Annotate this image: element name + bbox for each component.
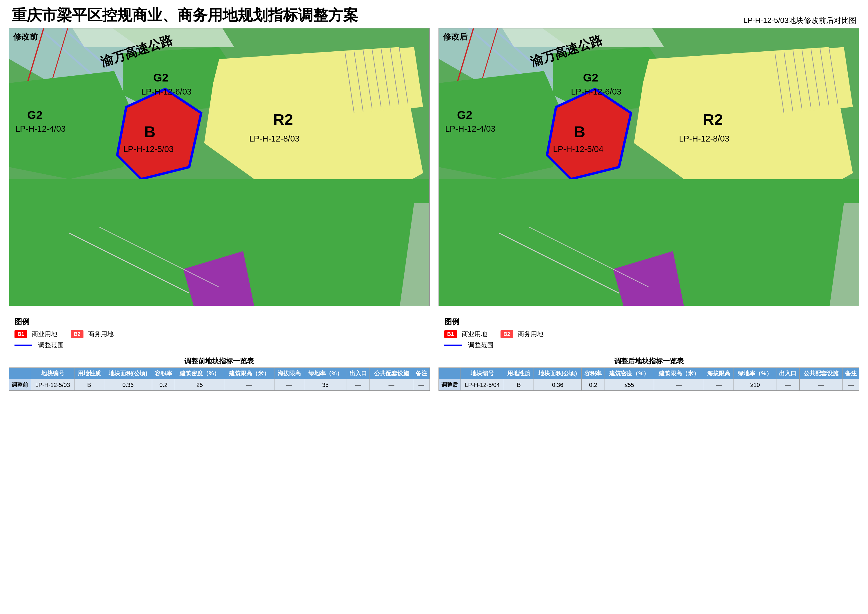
left-cell-7: 35 bbox=[304, 379, 347, 391]
left-th-10: 公共配套设施 bbox=[370, 368, 413, 379]
right-cell-8: — bbox=[777, 379, 800, 391]
right-legend-line bbox=[444, 345, 462, 346]
left-th-2: 用地性质 bbox=[74, 368, 104, 379]
svg-text:B: B bbox=[574, 123, 585, 140]
left-cell-3: 0.2 bbox=[152, 379, 175, 391]
sub-title: LP-H-12-5/03地块修改前后对比图 bbox=[743, 16, 856, 25]
svg-text:B: B bbox=[144, 123, 156, 140]
left-bottom-panel: 图例 B1 商业用地 B2 商务用地 调整范围 调整前地块指标一览表 地块编号 … bbox=[9, 312, 430, 391]
svg-marker-10 bbox=[339, 47, 423, 113]
right-map-svg: 渝万高速公路 G2 LP-H-12-6/03 G2 LP-H-12-4/03 B… bbox=[439, 28, 859, 306]
svg-marker-44 bbox=[769, 47, 853, 113]
right-table-header-row: 地块编号 用地性质 地块面积(公顷) 容积率 建筑密度（%） 建筑限高（米） 海… bbox=[439, 368, 859, 379]
left-map-svg: 渝万高速公路 G2 LP-H-12-6/03 G2 LP-H-12-4/03 B… bbox=[9, 28, 429, 306]
left-b2-badge: B2 bbox=[71, 330, 84, 338]
bottom-section: 图例 B1 商业用地 B2 商务用地 调整范围 调整前地块指标一览表 地块编号 … bbox=[0, 306, 868, 391]
right-legend-row-1: B1 商业用地 B2 商务用地 bbox=[444, 330, 854, 339]
right-th-5: 建筑密度（%） bbox=[604, 368, 654, 379]
svg-text:G2: G2 bbox=[27, 109, 42, 121]
page-header: 重庆市梁平区控规商业、商务用地规划指标调整方案 LP-H-12-5/03地块修改… bbox=[0, 0, 868, 28]
right-legend-row-2: 调整范围 bbox=[444, 341, 854, 350]
left-map-label: 修改前 bbox=[13, 31, 38, 42]
right-cell-3: 0.2 bbox=[582, 379, 605, 391]
right-th-9: 出入口 bbox=[777, 368, 800, 379]
right-cell-6: — bbox=[704, 379, 734, 391]
left-legend-line bbox=[14, 345, 32, 346]
svg-text:R2: R2 bbox=[703, 111, 723, 128]
left-row-label: 调整前 bbox=[9, 379, 31, 391]
right-legend-title: 图例 bbox=[444, 317, 854, 327]
right-th-0 bbox=[439, 368, 460, 379]
right-map-panel: 修改后 bbox=[439, 28, 860, 306]
left-cell-5: — bbox=[224, 379, 274, 391]
svg-text:LP-H-12-4/03: LP-H-12-4/03 bbox=[16, 124, 66, 134]
right-bottom-panel: 图例 B1 商业用地 B2 商务用地 调整范围 调整后地块指标一览表 地块编号 … bbox=[439, 312, 860, 391]
left-th-5: 建筑密度（%） bbox=[175, 368, 224, 379]
right-table: 地块编号 用地性质 地块面积(公顷) 容积率 建筑密度（%） 建筑限高（米） 海… bbox=[439, 367, 860, 391]
left-b1-label: 商业用地 bbox=[32, 330, 57, 339]
maps-row: 修改前 bbox=[0, 28, 868, 306]
left-map-panel: 修改前 bbox=[9, 28, 430, 306]
left-legend-area: 图例 B1 商业用地 B2 商务用地 调整范围 bbox=[9, 312, 430, 354]
svg-text:LP-H-12-6/03: LP-H-12-6/03 bbox=[571, 87, 622, 96]
left-cell-2: 0.36 bbox=[104, 379, 152, 391]
right-cell-0: LP-H-12-5/04 bbox=[460, 379, 504, 391]
left-legend-row-2: 调整范围 bbox=[14, 341, 424, 350]
right-table-title: 调整后地块指标一览表 bbox=[439, 356, 860, 366]
right-cell-4: ≤55 bbox=[604, 379, 654, 391]
svg-text:LP-H-12-8/03: LP-H-12-8/03 bbox=[249, 134, 300, 143]
right-th-10: 公共配套设施 bbox=[799, 368, 843, 379]
right-cell-7: ≥10 bbox=[734, 379, 777, 391]
left-cell-0: LP-H-12-5/03 bbox=[31, 379, 74, 391]
right-row-label: 调整后 bbox=[439, 379, 460, 391]
left-cell-6: — bbox=[274, 379, 304, 391]
svg-text:G2: G2 bbox=[583, 71, 598, 84]
left-legend-title: 图例 bbox=[14, 317, 424, 327]
left-b1-badge: B1 bbox=[14, 330, 27, 338]
left-th-1: 地块编号 bbox=[31, 368, 74, 379]
main-title: 重庆市梁平区控规商业、商务用地规划指标调整方案 bbox=[12, 5, 358, 25]
left-th-0 bbox=[9, 368, 31, 379]
right-th-7: 海拔限高 bbox=[704, 368, 734, 379]
left-b2-label: 商务用地 bbox=[88, 330, 114, 339]
left-cell-8: — bbox=[347, 379, 370, 391]
svg-text:LP-H-12-8/03: LP-H-12-8/03 bbox=[679, 134, 729, 143]
right-th-4: 容积率 bbox=[582, 368, 605, 379]
right-th-8: 绿地率（%） bbox=[734, 368, 777, 379]
right-map-label: 修改后 bbox=[443, 31, 468, 42]
left-cell-9: — bbox=[370, 379, 413, 391]
left-legend-line-label: 调整范围 bbox=[38, 341, 64, 350]
right-cell-5: — bbox=[654, 379, 704, 391]
right-cell-2: 0.36 bbox=[534, 379, 582, 391]
left-th-11: 备注 bbox=[413, 368, 429, 379]
left-table-header-row: 地块编号 用地性质 地块面积(公顷) 容积率 建筑密度（%） 建筑限高（米） 海… bbox=[9, 368, 430, 379]
svg-text:LP-H-12-5/04: LP-H-12-5/04 bbox=[553, 145, 603, 154]
left-th-9: 出入口 bbox=[347, 368, 370, 379]
left-th-8: 绿地率（%） bbox=[304, 368, 347, 379]
left-th-7: 海拔限高 bbox=[274, 368, 304, 379]
right-b1-badge: B1 bbox=[444, 330, 457, 338]
left-cell-4: 25 bbox=[175, 379, 224, 391]
svg-text:G2: G2 bbox=[153, 71, 168, 84]
right-th-2: 用地性质 bbox=[504, 368, 534, 379]
right-b1-label: 商业用地 bbox=[462, 330, 487, 339]
right-cell-9: — bbox=[799, 379, 843, 391]
svg-text:LP-H-12-4/03: LP-H-12-4/03 bbox=[445, 124, 495, 134]
left-table-title: 调整前地块指标一览表 bbox=[9, 356, 430, 366]
svg-text:LP-H-12-6/03: LP-H-12-6/03 bbox=[141, 87, 192, 96]
svg-text:LP-H-12-5/03: LP-H-12-5/03 bbox=[123, 145, 174, 154]
left-table-row: 调整前 LP-H-12-5/03 B 0.36 0.2 25 — — 35 — … bbox=[9, 379, 430, 391]
left-th-4: 容积率 bbox=[152, 368, 175, 379]
right-th-11: 备注 bbox=[843, 368, 859, 379]
right-b2-badge: B2 bbox=[501, 330, 513, 338]
left-table: 地块编号 用地性质 地块面积(公顷) 容积率 建筑密度（%） 建筑限高（米） 海… bbox=[9, 367, 430, 391]
right-cell-1: B bbox=[504, 379, 534, 391]
right-th-1: 地块编号 bbox=[460, 368, 504, 379]
left-cell-1: B bbox=[74, 379, 104, 391]
right-table-row: 调整后 LP-H-12-5/04 B 0.36 0.2 ≤55 — — ≥10 … bbox=[439, 379, 859, 391]
left-th-6: 建筑限高（米） bbox=[224, 368, 274, 379]
left-cell-10: — bbox=[413, 379, 429, 391]
right-cell-10: — bbox=[843, 379, 859, 391]
left-th-3: 地块面积(公顷) bbox=[104, 368, 152, 379]
right-legend-line-label: 调整范围 bbox=[468, 341, 494, 350]
